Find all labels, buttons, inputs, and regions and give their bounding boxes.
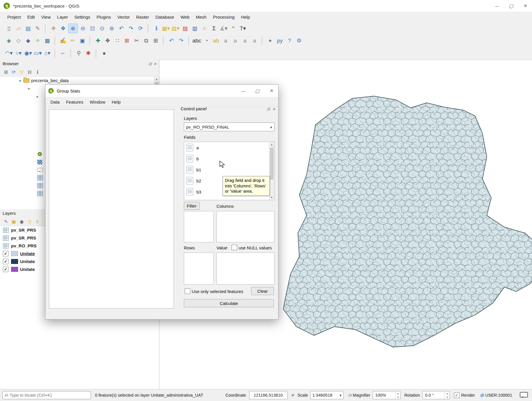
circle-tool[interactable]: ○▾ bbox=[14, 49, 23, 58]
browser-properties[interactable]: ℹ bbox=[34, 68, 41, 76]
maximize-icon[interactable] bbox=[504, 0, 518, 12]
zoom-to-layer[interactable]: ⊙ bbox=[98, 24, 107, 33]
delete-selected[interactable]: ⊠ bbox=[122, 36, 131, 45]
new-project[interactable]: ▯ bbox=[4, 24, 13, 33]
tree-item-root[interactable]: prezenta_bec_data bbox=[0, 77, 159, 84]
help-contents[interactable]: ? bbox=[285, 36, 294, 45]
layer-visibility-checkbox[interactable] bbox=[3, 259, 8, 264]
current-edits[interactable]: ✍ bbox=[59, 36, 68, 45]
text-annotation[interactable]: T▾ bbox=[238, 24, 247, 33]
layer-select[interactable]: pv_RO_PRSD_FINAL bbox=[184, 123, 274, 131]
nominatim-search[interactable]: ⌖ bbox=[266, 36, 275, 45]
refresh-browser[interactable]: ⟳ bbox=[10, 68, 17, 76]
menu-item[interactable]: Database bbox=[152, 13, 177, 21]
calculate-button[interactable]: Calculate bbox=[184, 299, 274, 307]
expander-open-icon[interactable] bbox=[27, 86, 31, 91]
open-attribute-table[interactable]: ▥ bbox=[190, 24, 199, 33]
panel-float-icon[interactable] bbox=[267, 106, 270, 111]
processing-toolbox[interactable]: ⚙ bbox=[295, 36, 304, 45]
extents-icon[interactable] bbox=[291, 392, 294, 398]
add-group[interactable]: ▣ bbox=[10, 218, 17, 225]
move-feature[interactable]: ✥ bbox=[103, 36, 112, 45]
regular-polygon-tool[interactable]: ⌂▾ bbox=[43, 49, 52, 58]
locate-box[interactable] bbox=[2, 391, 91, 399]
highlight-labels[interactable]: a bbox=[231, 36, 240, 45]
rows-drop-area[interactable] bbox=[184, 253, 214, 285]
collapse-all[interactable]: ⊟ bbox=[26, 68, 33, 76]
expander-closed-icon[interactable] bbox=[36, 94, 40, 99]
spin-up-icon[interactable] bbox=[445, 391, 450, 395]
menu-item[interactable]: View bbox=[38, 13, 54, 21]
move-label[interactable]: a bbox=[240, 36, 249, 45]
use-null-checkbox[interactable] bbox=[232, 245, 237, 250]
scale-select[interactable]: 1:3460518 bbox=[310, 391, 343, 399]
menu-item[interactable]: Raster bbox=[133, 13, 152, 21]
field-item[interactable]: b bbox=[184, 153, 269, 164]
layer-visibility-checkbox[interactable] bbox=[3, 251, 8, 256]
dialog-menu-item[interactable]: Help bbox=[108, 98, 124, 106]
refresh-map[interactable]: ⟳ bbox=[136, 24, 145, 33]
scroll-down-icon[interactable] bbox=[269, 195, 274, 200]
field-item[interactable]: b1 bbox=[184, 164, 269, 175]
rectangle-tool[interactable]: ▭▾ bbox=[33, 49, 42, 58]
python-console[interactable]: py bbox=[275, 36, 284, 45]
scroll-up-icon[interactable] bbox=[269, 142, 274, 147]
circular-string-tool[interactable]: ◠▾ bbox=[4, 49, 13, 58]
pan-to-selection[interactable]: ✥ bbox=[59, 24, 68, 33]
vector-plugin-tool[interactable]: ✱ bbox=[84, 49, 93, 58]
expander-open-icon[interactable] bbox=[18, 78, 22, 83]
menu-item[interactable]: Help bbox=[238, 13, 253, 21]
zoom-last[interactable]: ↶ bbox=[117, 24, 126, 33]
map-tips[interactable]: ❝ bbox=[229, 24, 238, 33]
menu-item[interactable]: Layer bbox=[54, 13, 71, 21]
filter-box[interactable] bbox=[184, 211, 214, 242]
scroll-thumb[interactable] bbox=[270, 148, 274, 180]
panel-close-icon[interactable] bbox=[272, 106, 275, 111]
render-checkbox[interactable] bbox=[454, 393, 459, 398]
filter-by-expression[interactable]: ε bbox=[34, 218, 41, 225]
zoom-next[interactable]: ↷ bbox=[126, 24, 135, 33]
spin-up-icon[interactable] bbox=[396, 391, 400, 395]
paste-features[interactable]: ⊞ bbox=[151, 36, 160, 45]
new-virtual-layer[interactable]: ◆ bbox=[24, 36, 33, 45]
labeling-options[interactable]: ab bbox=[212, 36, 221, 45]
dialog-menu-item[interactable]: Data bbox=[47, 98, 63, 106]
save-layer-edits[interactable]: ▣ bbox=[78, 36, 87, 45]
menu-item[interactable]: Edit bbox=[24, 13, 38, 21]
layer-diagram[interactable]: ◔ bbox=[202, 36, 211, 45]
browser-panel-header[interactable]: Browser bbox=[0, 60, 159, 68]
filter-browser[interactable]: ▽ bbox=[18, 68, 25, 76]
new-scratch-layer[interactable]: ✧ bbox=[33, 36, 42, 45]
dialog-titlebar[interactable]: Group Stats bbox=[45, 85, 278, 97]
dialog-menu-item[interactable]: Window bbox=[87, 98, 108, 106]
menu-item[interactable]: Project bbox=[4, 13, 24, 21]
menu-item[interactable]: Vector bbox=[114, 13, 133, 21]
menu-item[interactable]: Processing bbox=[210, 13, 238, 21]
close-icon[interactable] bbox=[264, 85, 278, 97]
panel-float-icon[interactable] bbox=[149, 61, 152, 66]
menu-item[interactable]: Settings bbox=[71, 13, 93, 21]
panel-close-icon[interactable] bbox=[154, 61, 156, 66]
menu-item[interactable]: Mesh bbox=[193, 13, 210, 21]
maximize-icon[interactable] bbox=[250, 85, 264, 97]
pin-labels[interactable]: a bbox=[221, 36, 230, 45]
open-layer-styling[interactable]: ✎ bbox=[2, 218, 10, 225]
manage-map-themes[interactable]: ◉ bbox=[18, 218, 25, 225]
field-item[interactable]: a bbox=[184, 142, 269, 153]
field-calculator[interactable]: ⌗ bbox=[200, 24, 209, 33]
close-icon[interactable] bbox=[518, 0, 532, 12]
locate-input[interactable] bbox=[9, 393, 89, 398]
zoom-to-selection[interactable]: ⊚ bbox=[107, 24, 116, 33]
rotation-spinbox[interactable]: 0.0 ° bbox=[422, 391, 450, 399]
select-features[interactable]: ▦▾ bbox=[161, 24, 170, 33]
coordinate-input[interactable] bbox=[249, 391, 288, 399]
clear-button[interactable]: Clear bbox=[251, 287, 274, 295]
rotate-label[interactable]: a bbox=[250, 36, 259, 45]
add-feature[interactable]: ✚ bbox=[94, 36, 103, 45]
value-drop-area[interactable] bbox=[216, 253, 274, 285]
messages-icon[interactable] bbox=[520, 392, 528, 398]
minimize-icon[interactable] bbox=[490, 0, 504, 12]
vertex-tool[interactable]: ∷ bbox=[113, 36, 122, 45]
menu-item[interactable]: Plugins bbox=[94, 13, 114, 21]
undo[interactable]: ↶ bbox=[167, 36, 176, 45]
